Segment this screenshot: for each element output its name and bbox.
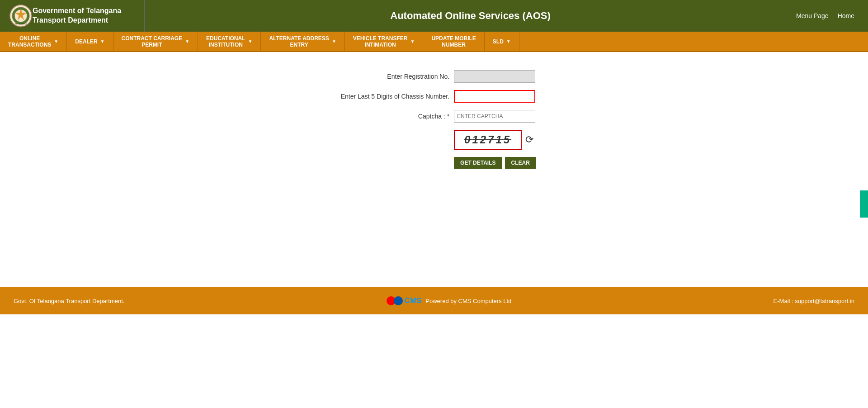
nav-online-transactions[interactable]: ONLINETRANSACTIONS ▼ — [0, 32, 67, 51]
nav-update-mobile-label: UPDATE MOBILENUMBER — [431, 35, 476, 48]
nav-vehicle-transfer[interactable]: VEHICLE TRANSFERINTIMATION ▼ — [345, 32, 424, 51]
nav-online-transactions-label: ONLINETRANSACTIONS — [8, 35, 51, 48]
cms-blue-circle — [394, 296, 403, 305]
navbar: ONLINETRANSACTIONS ▼ DEALER ▼ CONTRACT C… — [0, 32, 868, 52]
sld-dropdown-icon: ▼ — [506, 39, 511, 44]
chassis-input[interactable] — [454, 90, 535, 103]
footer: Govt. Of Telangana Transport Department.… — [0, 287, 868, 314]
nav-dealer[interactable]: DEALER ▼ — [67, 32, 113, 51]
nav-contract-carriage-label: CONTRACT CARRIAGEPERMIT — [122, 35, 183, 48]
side-action-button[interactable] — [860, 190, 868, 218]
footer-left-text: Govt. Of Telangana Transport Department. — [14, 298, 124, 304]
nav-sld-label: SLD — [493, 38, 504, 45]
nav-educational[interactable]: EDUCATIONALINSTITUTION ▼ — [198, 32, 261, 51]
footer-email: E-Mail : support@tstransport.in — [774, 298, 854, 304]
get-details-button[interactable]: GET DETAILS — [454, 157, 502, 169]
header-links: Menu Page Home — [796, 12, 868, 19]
logo-section: TELANGANA Government of Telangana Transp… — [0, 0, 145, 32]
org-name: Government of Telangana Transport Depart… — [33, 6, 121, 25]
nav-educational-label: EDUCATIONALINSTITUTION — [206, 35, 245, 48]
home-link[interactable]: Home — [838, 12, 854, 19]
reg-no-row: Enter Registration No. — [332, 70, 535, 83]
menu-page-link[interactable]: Menu Page — [796, 12, 829, 19]
contract-carriage-dropdown-icon: ▼ — [185, 39, 189, 44]
educational-dropdown-icon: ▼ — [248, 39, 253, 44]
captcha-input[interactable] — [454, 110, 535, 123]
svg-text:TELANGANA: TELANGANA — [15, 23, 27, 25]
app-title: Automated Online Services (AOS) — [145, 10, 796, 22]
form-section: Enter Registration No. Enter Last 5 Digi… — [332, 70, 536, 169]
footer-center: CMS Powered by CMS Computers Ltd — [387, 296, 512, 305]
buttons-row: GET DETAILS CLEAR — [454, 157, 536, 169]
chassis-row: Enter Last 5 Digits of Chassis Number. — [332, 90, 535, 103]
captcha-row: Captcha : * — [332, 110, 535, 123]
refresh-captcha-icon[interactable]: ⟳ — [525, 134, 533, 146]
captcha-image-row: 012715 ⟳ — [454, 130, 533, 150]
nav-update-mobile[interactable]: UPDATE MOBILENUMBER — [423, 32, 484, 51]
reg-no-input[interactable] — [454, 70, 535, 83]
nav-vehicle-transfer-label: VEHICLE TRANSFERINTIMATION — [353, 35, 408, 48]
alternate-address-dropdown-icon: ▼ — [332, 39, 336, 44]
clear-button[interactable]: CLEAR — [505, 157, 536, 169]
nav-contract-carriage[interactable]: CONTRACT CARRIAGEPERMIT ▼ — [113, 32, 198, 51]
captcha-display: 012715 — [454, 130, 522, 150]
nav-dealer-label: DEALER — [75, 38, 97, 45]
captcha-label: Captcha : * — [332, 113, 449, 120]
reg-no-label: Enter Registration No. — [332, 73, 449, 80]
online-transactions-dropdown-icon: ▼ — [54, 39, 58, 44]
cms-text: CMS — [405, 297, 422, 305]
chassis-label: Enter Last 5 Digits of Chassis Number. — [332, 93, 449, 100]
vehicle-transfer-dropdown-icon: ▼ — [410, 39, 415, 44]
powered-by-text: Powered by CMS Computers Ltd — [425, 298, 511, 304]
nav-sld[interactable]: SLD ▼ — [485, 32, 519, 51]
main-content: Enter Registration No. Enter Last 5 Digi… — [0, 52, 868, 287]
dealer-dropdown-icon: ▼ — [100, 39, 105, 44]
nav-alternate-address[interactable]: ALTERNATE ADDRESSENTRY ▼ — [261, 32, 344, 51]
govt-emblem-icon: TELANGANA — [9, 4, 33, 28]
header: TELANGANA Government of Telangana Transp… — [0, 0, 868, 32]
nav-alternate-address-label: ALTERNATE ADDRESSENTRY — [269, 35, 329, 48]
cms-logo: CMS — [387, 296, 422, 305]
